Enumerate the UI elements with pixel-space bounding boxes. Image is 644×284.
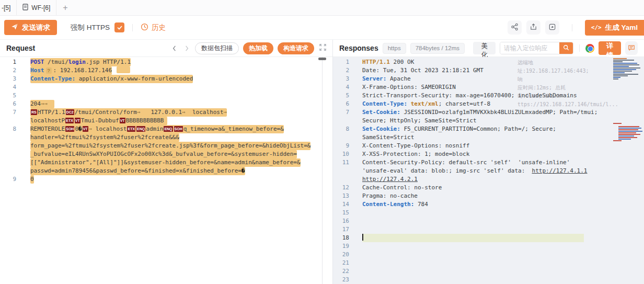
next-request-button[interactable] [182,46,191,51]
share-button[interactable] [508,20,522,35]
response-header: Responses https 784bytes / 12ms 美化 详情 [333,40,644,57]
code-line: 9X-Content-Type-Options: nosniff [333,142,644,150]
packet-scan-button[interactable]: 数据包扫描 [195,42,239,54]
code-line: 15 [333,209,644,217]
line-number: 6 [333,100,356,108]
force-https-checkbox[interactable] [114,22,124,32]
search-icon [563,44,569,52]
line-number: 12 [333,184,356,192]
line-number: 9 [333,142,356,150]
code-line: 13Pragma: no-cache [333,192,644,200]
chat-bubble-icon [628,44,635,53]
text-cursor [362,234,363,241]
line-number: 8 [333,125,356,133]
code-line: 20 [333,251,644,259]
code-line: 2Host?: 192.168.127.146 [0,66,332,75]
code-line: 17 [333,225,644,234]
code-line: 14Content-Length: 784 [333,200,644,209]
response-panel: Responses https 784bytes / 12ms 美化 详情 [333,40,644,284]
send-request-button[interactable]: 发送请求 [4,20,57,35]
line-number: 5 [333,92,356,100]
code-line: 6Content-Type: text/xml; charset=utf-8 [333,100,644,108]
request-title: Request [6,44,35,52]
clock-icon [141,23,148,32]
search-box [500,42,573,54]
force-https-label: 强制 HTTPS [71,23,110,32]
details-button[interactable]: 详情 [599,41,622,55]
line-number: 15 [333,209,356,217]
code-line: 3Server: Apache [333,75,644,83]
code-line: handler=%2ftmui%2fsystem%2fuser%2fcreate… [0,133,332,142]
edit-button[interactable] [545,20,559,35]
toolbar-divider-2 [572,24,572,31]
add-tab-button[interactable]: + [56,3,74,13]
chrome-icon[interactable] [585,44,594,53]
toolbar: 发送请求 强制 HTTPS 历史 </> [0,16,644,40]
feedback-button[interactable] [625,41,638,55]
tab-label: WF-[6] [31,4,50,12]
highlight-blob [117,66,130,73]
code-line: 6204→→ [0,100,332,108]
beautify-button[interactable]: 美化 [473,42,496,54]
code-line: 4X-Frame-Options: SAMEORIGIN [333,83,644,92]
toolbar-divider [132,24,133,31]
line-number [0,167,23,175]
size-duration-tag: 784bytes / 12ms [410,43,465,54]
code-icon: </> [591,24,602,31]
search-input[interactable] [500,42,559,54]
hot-reload-button[interactable]: 热加载 [243,42,273,54]
line-number: 16 [333,217,356,225]
code-line: 22 [333,267,644,276]
code-line: 23 [333,276,644,284]
edit-icon [548,23,556,32]
code-line: Secure; HttpOnly; SameSite=Strict [333,117,644,125]
line-number: 6 [0,100,23,108]
export-button[interactable] [526,20,540,35]
history-button[interactable]: 历史 [141,23,166,32]
prev-request-button[interactable] [170,46,178,51]
code-line: 19 [333,242,644,251]
code-line: 90 [0,175,332,184]
line-number: 17 [333,225,356,234]
code-line: 1HTTP/1.1 200 OK [333,58,644,66]
code-line: 12Cache-Control: no-store [333,184,644,192]
response-editor[interactable]: 远端地址:192.168.127.146:443; 响 应时间:12ms; 总耗… [333,57,644,284]
code-line: 8REMOTEROLESOH0�VT→ localhostETXENQadmin… [0,125,332,133]
line-number: 21 [333,259,356,267]
tab-5[interactable]: -[5] [0,0,17,15]
line-number: 5 [0,92,23,100]
code-line: [["Administrator","[All]"]]&systemuser-h… [0,158,332,167]
line-number [0,150,23,158]
toolbar-right-group: </> 生成 Yaml [508,20,640,36]
code-line: 1POST /tmui/login.jsp HTTP/1.1 [0,58,332,66]
code-line: _bufvalue=eIL4RUnSwXYoPUIOGcOFx2o00Xc%3d… [0,150,332,158]
line-number [0,117,23,125]
build-request-button[interactable]: 构造请求 [278,42,314,54]
line-number: 8 [0,125,23,133]
line-number: 18 [333,234,356,242]
request-header: Request 数据包扫描 热加载 构造请求 [0,40,332,57]
line-number [333,175,356,184]
code-line: 21 [333,259,644,267]
line-number: 11 [333,158,356,167]
line-number: 3 [333,75,356,83]
app-window: { "colors": { "accent": "#f0823f", "high… [0,0,644,284]
main-split: Request 数据包扫描 热加载 构造请求 1POST /tmui/login… [0,40,644,284]
generate-yaml-button[interactable]: </> 生成 Yaml [585,20,644,36]
code-line: SameSite=Strict [333,133,644,142]
line-number: 23 [333,276,356,284]
tab-wf-6[interactable]: WF-[6] [17,0,56,15]
line-number [333,133,356,142]
force-https-toggle: 强制 HTTPS [71,22,124,32]
code-line: 5Strict-Transport-Security: max-age=1607… [333,92,644,100]
fullscreen-icon[interactable] [319,44,326,52]
code-line: http://127.4.2.1 [333,175,644,184]
code-line: 16 [333,217,644,225]
tab-bar: -[5] WF-[6] + [0,0,644,16]
search-button[interactable] [559,42,573,54]
line-number [0,133,23,142]
code-line: passwd=admin789456&passwd_before=&finish… [0,167,332,175]
line-number: 14 [333,200,356,209]
request-editor[interactable]: 1POST /tmui/login.jsp HTTP/1.12Host?: 19… [0,57,332,284]
code-line: 5 [0,92,332,100]
